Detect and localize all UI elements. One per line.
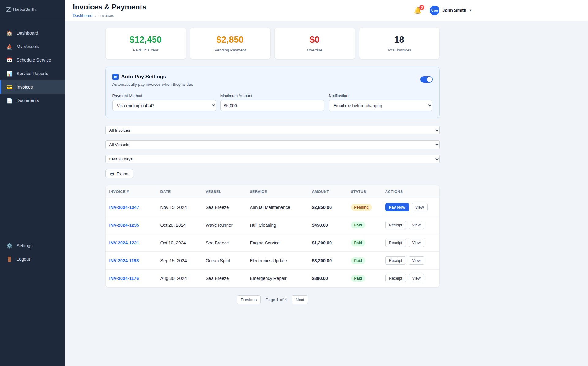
maximum-amount-input[interactable] xyxy=(221,100,324,111)
sidebar-item-label: Dashboard xyxy=(17,31,38,36)
table-row: INV-2024-1198 Sep 15, 2024 Ocean Spirit … xyxy=(106,252,439,270)
column-service: SERVICE xyxy=(246,185,308,198)
stat-label: Total Invoices xyxy=(362,48,436,52)
payment-method-select[interactable]: Visa ending in 4242 xyxy=(112,100,216,111)
user-menu[interactable]: User John Smith ▼ xyxy=(430,6,472,15)
view-button[interactable]: View xyxy=(409,274,424,282)
stat-value: $0 xyxy=(278,35,352,45)
vessel-filter[interactable]: All Vessels xyxy=(105,140,440,149)
sidebar-item-dashboard[interactable]: 🏠 Dashboard xyxy=(0,26,65,40)
column-date: DATE xyxy=(157,185,202,198)
invoice-status-filter[interactable]: All Invoices xyxy=(105,126,440,134)
chevron-down-icon: ▼ xyxy=(469,9,472,12)
app-logo-text: HarborSmith xyxy=(13,7,36,12)
autopay-panel: ⇄ Auto-Pay Settings Automatically pay in… xyxy=(105,67,440,118)
autopay-toggle[interactable] xyxy=(420,76,433,83)
previous-page-button[interactable]: Previous xyxy=(237,295,261,304)
notification-label: Notification xyxy=(329,93,432,98)
notifications-button[interactable]: 🔔 3 xyxy=(414,7,422,14)
pay-now-button[interactable]: Pay Now xyxy=(385,203,409,211)
breadcrumb: Dashboard / Invoices xyxy=(73,13,146,18)
status-badge: Pending xyxy=(351,204,372,211)
app-logo: HarborSmith xyxy=(0,0,65,19)
view-button[interactable]: View xyxy=(409,221,424,229)
autopay-subtitle: Automatically pay invoices when they're … xyxy=(112,82,193,87)
sidebar-item-service-reports[interactable]: 📊 Service Reports xyxy=(0,67,65,80)
breadcrumb-current: Invoices xyxy=(99,13,114,18)
stat-value: 18 xyxy=(362,35,436,45)
receipt-button[interactable]: Receipt xyxy=(385,274,406,282)
stat-card-paid-this-year: $12,450 Paid This Year xyxy=(105,28,186,59)
view-button[interactable]: View xyxy=(409,239,424,247)
sailboat-icon: ⛵ xyxy=(6,44,13,50)
sidebar-nav: 🏠 Dashboard ⛵ My Vessels 📅 Schedule Serv… xyxy=(0,19,65,107)
invoice-link[interactable]: INV-2024-1198 xyxy=(109,258,139,263)
invoice-service: Annual Maintenance xyxy=(246,198,308,216)
invoice-link[interactable]: INV-2024-1176 xyxy=(109,276,139,281)
table-row: INV-2024-1247 Nov 15, 2024 Sea Breeze An… xyxy=(106,198,439,216)
sidebar-item-documents[interactable]: 📄 Documents xyxy=(0,94,65,107)
sidebar-item-label: My Vessels xyxy=(17,44,39,49)
sidebar-item-my-vessels[interactable]: ⛵ My Vessels xyxy=(0,40,65,53)
breadcrumb-dashboard-link[interactable]: Dashboard xyxy=(73,13,92,18)
invoice-link[interactable]: INV-2024-1221 xyxy=(109,240,139,245)
invoice-amount: $3,200.00 xyxy=(308,252,347,270)
invoice-date: Oct 28, 2024 xyxy=(157,216,202,234)
invoice-service: Emergency Repair xyxy=(246,270,308,287)
invoice-date: Sep 15, 2024 xyxy=(157,252,202,270)
sidebar-footer: ⚙️ Settings 🚪 Logout xyxy=(0,239,65,273)
sidebar-item-label: Invoices xyxy=(17,85,33,89)
maximum-amount-label: Maximum Amount xyxy=(221,93,324,98)
chart-icon: 📊 xyxy=(6,71,13,77)
invoice-date: Nov 15, 2024 xyxy=(157,198,202,216)
invoice-vessel: Ocean Spirit xyxy=(202,252,246,270)
receipt-button[interactable]: Receipt xyxy=(385,239,406,247)
invoice-date: Aug 30, 2024 xyxy=(157,270,202,287)
notification-select[interactable]: Email me before charging xyxy=(329,100,432,111)
autopay-icon: ⇄ xyxy=(112,74,119,80)
sidebar-item-label: Schedule Service xyxy=(17,58,51,62)
home-icon: 🏠 xyxy=(6,30,13,36)
filters: All Invoices All Vessels Last 30 days xyxy=(105,126,440,163)
pagination: Previous Page 1 of 4 Next xyxy=(105,295,440,304)
invoice-vessel: Sea Breeze xyxy=(202,270,246,287)
receipt-button[interactable]: Receipt xyxy=(385,256,406,265)
invoice-vessel: Wave Runner xyxy=(202,216,246,234)
column-actions: ACTIONS xyxy=(382,185,439,198)
broken-image-icon xyxy=(6,7,11,12)
sidebar-item-logout[interactable]: 🚪 Logout xyxy=(0,252,65,266)
avatar: User xyxy=(430,6,439,15)
invoice-vessel: Sea Breeze xyxy=(202,234,246,252)
table-row: INV-2024-1221 Oct 10, 2024 Sea Breeze En… xyxy=(106,234,439,252)
stat-label: Paid This Year xyxy=(109,48,183,52)
door-icon: 🚪 xyxy=(6,256,13,262)
invoice-amount: $1,200.00 xyxy=(308,234,347,252)
table-row: INV-2024-1235 Oct 28, 2024 Wave Runner H… xyxy=(106,216,439,234)
toggle-knob xyxy=(427,77,432,82)
date-range-filter[interactable]: Last 30 days xyxy=(105,155,440,163)
sidebar-item-settings[interactable]: ⚙️ Settings xyxy=(0,239,65,252)
notification-badge: 3 xyxy=(419,5,424,10)
page-status: Page 1 of 4 xyxy=(266,297,287,302)
invoice-link[interactable]: INV-2024-1247 xyxy=(109,205,139,210)
stat-card-pending-payment: $2,850 Pending Payment xyxy=(190,28,271,59)
view-button[interactable]: View xyxy=(412,203,428,211)
sidebar-item-label: Logout xyxy=(17,257,30,262)
export-button[interactable]: Export xyxy=(105,169,133,178)
next-page-button[interactable]: Next xyxy=(292,295,308,304)
receipt-button[interactable]: Receipt xyxy=(385,221,406,229)
invoice-amount: $2,850.00 xyxy=(308,198,347,216)
document-icon: 📄 xyxy=(6,98,13,104)
invoice-service: Hull Cleaning xyxy=(246,216,308,234)
invoice-vessel: Sea Breeze xyxy=(202,198,246,216)
sidebar-item-schedule-service[interactable]: 📅 Schedule Service xyxy=(0,53,65,67)
stat-card-overdue: $0 Overdue xyxy=(274,28,355,59)
column-vessel: VESSEL xyxy=(202,185,246,198)
sidebar-item-invoices[interactable]: 💳 Invoices xyxy=(0,80,65,94)
column-invoice: INVOICE # xyxy=(106,185,157,198)
breadcrumb-separator: / xyxy=(95,13,96,18)
calendar-icon: 📅 xyxy=(6,57,13,63)
column-status: STATUS xyxy=(347,185,382,198)
view-button[interactable]: View xyxy=(409,256,424,265)
invoice-link[interactable]: INV-2024-1235 xyxy=(109,223,139,228)
